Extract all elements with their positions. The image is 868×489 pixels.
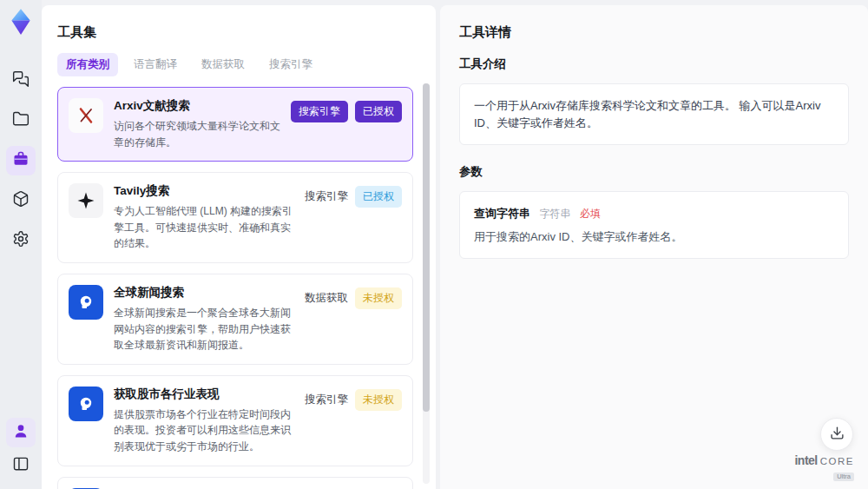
param-type: 字符串 [539,208,570,220]
sidebar-item-files[interactable] [6,106,36,135]
tool-description: 访问各个研究领域大量科学论文和文章的存储库。 [114,118,280,150]
tool-card-sector-performance[interactable]: 获取股市各行业表现 提供股票市场各个行业在特定时间段内的表现。投资者可以利用这些… [57,375,413,466]
download-button[interactable] [820,418,853,451]
main-area: 工具集 所有类别 语言翻译 数据获取 搜索引擎 Arxiv文献搜索 访问各个研究… [42,5,868,489]
app-logo-icon [6,7,36,36]
tool-info: 获取股市各行业表现 提供股票市场各个行业在特定时间段内的表现。投资者可以利用这些… [114,387,294,455]
intro-text: 一个用于从Arxiv存储库搜索科学论文和文章的工具。 输入可以是Arxiv ID… [474,97,834,131]
category-tabs: 所有类别 语言翻译 数据获取 搜索引擎 [57,53,415,76]
news-globe-icon [69,387,103,421]
tool-details-panel: 工具详情 工具介绍 一个用于从Arxiv存储库搜索科学论文和文章的工具。 输入可… [440,5,868,489]
details-title: 工具详情 [459,24,849,41]
auth-status-badge: 未授权 [355,389,402,411]
category-label: 搜索引擎 [305,189,348,204]
intel-core-logo: intelCORE Ultra [794,453,854,481]
tool-meta: 搜索引擎 已授权 [305,183,402,208]
tab-all-categories[interactable]: 所有类别 [57,53,118,76]
tool-list: Arxiv文献搜索 访问各个研究领域大量科学论文和文章的存储库。 搜索引擎 已授… [57,87,415,489]
gear-icon [12,230,30,251]
tool-description: 全球新闻搜索是一个聚合全球各大新闻网站内容的搜索引擎，帮助用户快速获取全球最新资… [114,305,294,354]
param-required-flag: 必填 [580,208,601,220]
tool-name: 全球新闻搜索 [114,285,294,301]
panel-left-icon [12,455,30,476]
ultra-badge: Ultra [833,472,854,481]
tool-description: 提供股票市场各个行业在特定时间段内的表现。投资者可以利用这些信息来识别表现优于或… [114,406,294,455]
tool-name: Tavily搜索 [114,183,294,199]
sidebar-item-toolset[interactable] [6,146,36,175]
tab-language-translation[interactable]: 语言翻译 [125,53,186,76]
tool-meta: 搜索引擎 已授权 [291,98,402,122]
tab-data-fetch[interactable]: 数据获取 [193,53,253,76]
intro-box: 一个用于从Arxiv存储库搜索科学论文和文章的工具。 输入可以是Arxiv ID… [459,83,849,145]
tool-card-active-stocks[interactable]: 获取市场最活跃股票信息 提供当天交易量最高的股票列表，投资者可以利用这些信息来识… [57,477,413,489]
category-badge: 搜索引擎 [291,101,348,122]
arxiv-logo-icon [69,98,103,133]
folder-icon [12,110,30,131]
tool-meta: 搜索引擎 未授权 [305,387,402,411]
tool-info: 全球新闻搜索 全球新闻搜索是一个聚合全球各大新闻网站内容的搜索引擎，帮助用户快速… [114,285,294,354]
toolbox-icon [12,150,30,171]
sidebar-item-chat[interactable] [6,66,36,96]
tool-card-global-news[interactable]: 全球新闻搜索 全球新闻搜索是一个聚合全球各大新闻网站内容的搜索引擎，帮助用户快速… [57,274,413,365]
category-label: 搜索引擎 [305,393,348,407]
user-icon [12,422,30,443]
sidebar-item-settings[interactable] [6,226,36,255]
page-title: 工具集 [57,24,415,41]
toolset-panel: 工具集 所有类别 语言翻译 数据获取 搜索引擎 Arxiv文献搜索 访问各个研究… [42,5,436,489]
tool-description: 专为人工智能代理 (LLM) 构建的搜索引擎工具。可快速提供实时、准确和真实的结… [114,203,294,252]
news-globe-icon [69,285,103,320]
tool-card-tavily[interactable]: Tavily搜索 专为人工智能代理 (LLM) 构建的搜索引擎工具。可快速提供实… [57,172,413,263]
auth-status-badge: 已授权 [355,101,402,122]
tool-card-arxiv[interactable]: Arxiv文献搜索 访问各个研究领域大量科学论文和文章的存储库。 搜索引擎 已授… [57,87,413,162]
download-icon [830,426,845,444]
tool-info: Tavily搜索 专为人工智能代理 (LLM) 构建的搜索引擎工具。可快速提供实… [114,183,294,252]
sidebar-item-account[interactable] [6,418,36,447]
param-description: 用于搜索的Arxiv ID、关键字或作者姓名。 [474,229,834,245]
auth-status-badge: 未授权 [355,287,402,309]
list-scrollbar-thumb[interactable] [423,83,430,412]
sparkle-icon [69,183,103,218]
intro-heading: 工具介绍 [459,56,849,72]
tab-search-engine[interactable]: 搜索引擎 [260,53,321,76]
core-wordmark: CORE [820,456,854,466]
tool-name: Arxiv文献搜索 [114,98,280,114]
category-label: 数据获取 [305,291,348,306]
left-sidebar [0,0,42,489]
param-name: 查询字符串 [474,207,530,220]
params-heading: 参数 [459,164,849,180]
tool-name: 获取股市各行业表现 [114,387,294,402]
tool-info: Arxiv文献搜索 访问各个研究领域大量科学论文和文章的存储库。 [114,98,280,150]
sidebar-item-packages[interactable] [6,186,36,215]
chat-icon [12,70,30,91]
tool-meta: 数据获取 未授权 [305,285,402,309]
list-scrollbar-track[interactable] [423,83,430,484]
param-header: 查询字符串 字符串 必填 [474,205,834,221]
param-box: 查询字符串 字符串 必填 用于搜索的Arxiv ID、关键字或作者姓名。 [459,191,849,259]
intel-wordmark: intel [794,453,817,467]
auth-status-badge: 已授权 [355,186,402,208]
sidebar-item-collapse[interactable] [6,451,36,480]
package-icon [12,190,30,211]
